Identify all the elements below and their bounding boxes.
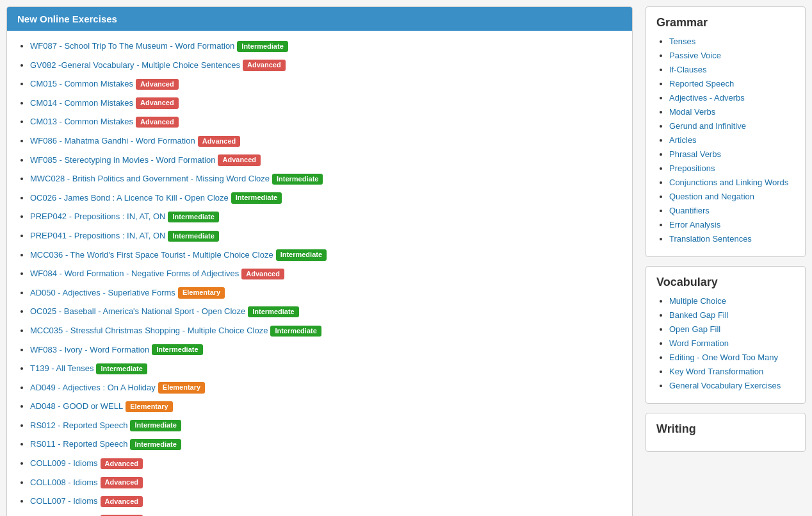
level-badge: Advanced [101, 477, 143, 488]
exercise-link[interactable]: COLL007 - Idioms [30, 496, 98, 506]
exercise-link[interactable]: PREP042 - Prepositions : IN, AT, ON [30, 212, 165, 221]
sidebar-item: Modal Verbs [669, 106, 795, 117]
list-item: WF087 - School Trip To The Museum - Word… [30, 40, 622, 53]
level-badge: Intermediate [248, 306, 298, 317]
list-item: RS012 - Reported SpeechIntermediate [30, 419, 622, 432]
list-item: AD049 - Adjectives : On A HolidayElement… [30, 381, 622, 394]
sidebar-link[interactable]: Question and Negation [669, 192, 754, 201]
sidebar-link[interactable]: Passive Voice [669, 51, 721, 60]
level-badge: Elementary [126, 401, 172, 412]
level-badge: Advanced [136, 97, 179, 108]
exercise-link[interactable]: CM014 - Common Mistakes [30, 98, 133, 108]
exercise-link[interactable]: RS012 - Reported Speech [30, 420, 127, 430]
sidebar-link[interactable]: Conjunctions and Linking Words [669, 178, 788, 187]
exercise-link[interactable]: OC026 - James Bond : A Licence To Kill -… [30, 193, 229, 203]
sidebar-item: Banked Gap Fill [669, 310, 795, 320]
exercise-link[interactable]: MCC035 - Stressful Christmas Shopping - … [30, 326, 268, 335]
exercise-link[interactable]: AD050 - Adjectives - Superlative Forms [30, 288, 175, 297]
exercise-link[interactable]: WF084 - Word Formation - Negative Forms … [30, 269, 239, 278]
level-badge: Intermediate [168, 212, 218, 222]
level-badge: Intermediate [237, 41, 288, 52]
sidebar-item: Word Formation [669, 338, 795, 348]
level-badge: Advanced [243, 60, 286, 71]
sidebar-link[interactable]: Adjectives - Adverbs [669, 93, 745, 103]
list-item: CM015 - Common MistakesAdvanced [30, 78, 622, 90]
exercise-link[interactable]: MWC028 - British Politics and Government… [30, 174, 270, 183]
sidebar-item: Open Gap Fill [669, 324, 795, 334]
sidebar-item: Articles [669, 135, 795, 145]
list-item: AD048 - GOOD or WELLElementary [30, 400, 622, 413]
list-item: MWC028 - British Politics and Government… [30, 172, 622, 185]
list-item: COLL007 - IdiomsAdvanced [30, 495, 622, 508]
sidebar-item: Conjunctions and Linking Words [669, 177, 795, 187]
grammar-list: TensesPassive VoiceIf-ClausesReported Sp… [656, 36, 795, 244]
exercise-link[interactable]: WF087 - School Trip To The Museum - Word… [30, 41, 234, 51]
list-item: WF086 - Mahatma Gandhi - Word FormationA… [30, 135, 622, 147]
level-badge: Advanced [198, 136, 241, 147]
list-item: CM013 - Common MistakesAdvanced [30, 115, 622, 128]
main-content: New Online Exercises WF087 - School Trip… [6, 6, 633, 516]
list-item: AD050 - Adjectives - Superlative FormsEl… [30, 287, 622, 299]
sidebar-item: Key Word Transformation [669, 366, 795, 376]
level-badge: Advanced [241, 269, 284, 279]
sidebar-link[interactable]: Modal Verbs [669, 107, 715, 117]
sidebar-item: Reported Speech [669, 78, 795, 88]
page-wrapper: New Online Exercises WF087 - School Trip… [0, 0, 812, 516]
exercise-link[interactable]: RS011 - Reported Speech [30, 439, 127, 449]
level-badge: Advanced [101, 458, 143, 469]
level-badge: Elementary [178, 287, 225, 298]
sidebar-link[interactable]: Phrasal Verbs [669, 149, 721, 159]
sidebar: Grammar TensesPassive VoiceIf-ClausesRep… [646, 6, 806, 516]
writing-section: Writing [646, 413, 806, 452]
exercise-link[interactable]: WF085 - Stereotyping in Movies - Word Fo… [30, 155, 215, 165]
exercise-link[interactable]: PREP041 - Prepositions : IN, AT, ON [30, 231, 165, 240]
exercise-link[interactable]: COLL008 - Idioms [30, 478, 98, 487]
sidebar-item: Multiple Choice [669, 295, 795, 306]
sidebar-link[interactable]: Translation Sentences [669, 234, 752, 244]
exercises-box: New Online Exercises WF087 - School Trip… [6, 6, 633, 516]
exercise-link[interactable]: GV082 -General Vocabulary - Multiple Cho… [30, 60, 240, 70]
exercise-link[interactable]: COLL009 - Idioms [30, 458, 98, 468]
sidebar-item: Prepositions [669, 163, 795, 173]
sidebar-link[interactable]: Editing - One Word Too Many [669, 353, 778, 362]
exercise-link[interactable]: WF086 - Mahatma Gandhi - Word Formation [30, 136, 195, 146]
sidebar-link[interactable]: If-Clauses [669, 65, 707, 74]
sidebar-link[interactable]: Quantifiers [669, 206, 710, 215]
exercises-list: WF087 - School Trip To The Museum - Word… [7, 31, 632, 516]
exercise-link[interactable]: T139 - All Tenses [30, 363, 93, 373]
sidebar-link[interactable]: Banked Gap Fill [669, 310, 729, 320]
level-badge: Intermediate [130, 439, 181, 450]
sidebar-link[interactable]: Articles [669, 135, 697, 145]
sidebar-item: Phrasal Verbs [669, 149, 795, 159]
sidebar-link[interactable]: Word Formation [669, 338, 729, 348]
sidebar-link[interactable]: Tenses [669, 37, 695, 46]
exercise-link[interactable]: AD049 - Adjectives : On A Holiday [30, 383, 156, 392]
exercise-link[interactable]: WF083 - Ivory - Word Formation [30, 345, 149, 354]
sidebar-link[interactable]: Error Analysis [669, 220, 720, 229]
list-item: WF085 - Stereotyping in Movies - Word Fo… [30, 154, 622, 167]
sidebar-link[interactable]: Prepositions [669, 163, 715, 173]
exercises-title: New Online Exercises [17, 13, 117, 24]
sidebar-item: Question and Negation [669, 191, 795, 201]
sidebar-link[interactable]: Multiple Choice [669, 296, 726, 306]
exercise-link[interactable]: CM015 - Common Mistakes [30, 79, 133, 88]
sidebar-link[interactable]: Gerund and Infinitive [669, 121, 746, 131]
sidebar-link[interactable]: Reported Speech [669, 79, 734, 88]
sidebar-link[interactable]: General Vocabulary Exercises [669, 381, 781, 390]
exercise-link[interactable]: CM013 - Common Mistakes [30, 117, 133, 126]
level-badge: Intermediate [272, 174, 323, 185]
exercise-link[interactable]: AD048 - GOOD or WELL [30, 401, 123, 411]
level-badge: Advanced [136, 79, 179, 90]
list-item: WF084 - Word Formation - Negative Forms … [30, 267, 622, 280]
sidebar-item: Quantifiers [669, 205, 795, 215]
sidebar-item: Tenses [669, 36, 795, 46]
exercise-link[interactable]: MCC036 - The World's First Space Tourist… [30, 250, 273, 260]
exercise-link[interactable]: OC025 - Baseball - America's National Sp… [30, 306, 245, 316]
exercises-header: New Online Exercises [7, 7, 632, 31]
list-item: OC025 - Baseball - America's National Sp… [30, 305, 622, 318]
level-badge: Advanced [101, 496, 143, 507]
level-badge: Intermediate [168, 231, 218, 242]
sidebar-item: General Vocabulary Exercises [669, 380, 795, 390]
sidebar-link[interactable]: Key Word Transformation [669, 367, 763, 376]
sidebar-link[interactable]: Open Gap Fill [669, 324, 720, 334]
